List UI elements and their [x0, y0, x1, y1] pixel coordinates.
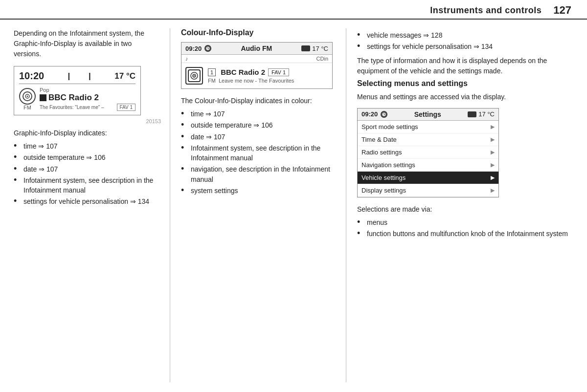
settings-label-radio: Radio settings [361, 149, 402, 156]
settings-title: Settings [414, 110, 441, 118]
selections-label: Selections are made via: [357, 204, 573, 215]
settings-arrow-display: ▶ [491, 187, 495, 194]
list-item: •settings for vehicle personalisation ⇒ … [14, 196, 161, 206]
cid-time: 09:20 [185, 45, 202, 52]
list-item: •outside temperature ⇒ 106 [181, 120, 337, 130]
settings-item-navigation[interactable]: Navigation settings ▶ [358, 159, 498, 172]
settings-label-navigation: Navigation settings [361, 161, 415, 169]
gid-divider: | | [68, 71, 91, 81]
page-header: Instruments and controls 127 [0, 0, 587, 20]
gid-bullet-0: time ⇒ 107 [23, 141, 58, 151]
settings-arrow-time: ▶ [491, 136, 495, 143]
image-number: 20153 [14, 118, 161, 124]
settings-item-time[interactable]: Time & Date ▶ [358, 133, 498, 146]
cid-body: 1 BBC Radio 2 FAV 1 FM Leave me now - Th… [181, 63, 332, 88]
gid-fav-label: The Favourites: "Leave me" – [40, 105, 104, 110]
gid-genre: Pop [40, 87, 135, 93]
bullet-dot: • [181, 164, 189, 174]
gid-time: 10:20 [19, 70, 44, 82]
cid-header: 09:20 Audio FM 17 °C [181, 43, 332, 55]
gid-temp: 17 °C [114, 71, 135, 81]
list-item: •system settings [181, 186, 337, 196]
cid-bullet-5: system settings [191, 186, 238, 196]
bullet-dot: • [181, 132, 189, 142]
settings-label-display: Display settings [361, 187, 406, 194]
list-item: •function buttons and multifunction knob… [357, 229, 573, 239]
bullet-dot: • [14, 196, 22, 206]
settings-list: Sport mode settings ▶ Time & Date ▶ Radi… [358, 121, 498, 197]
cid-battery-icon [301, 45, 310, 51]
gid-fav-badge: FAV 1 [117, 104, 136, 111]
gid-fav-row: The Favourites: "Leave me" – FAV 1 [40, 104, 135, 111]
svg-point-2 [27, 95, 28, 97]
gid-body: FM Pop BBC Radio 2 The Favourites: "Leav… [19, 87, 135, 111]
cid-bullet-list: •time ⇒ 107 •outside temperature ⇒ 106 •… [181, 109, 337, 196]
settings-arrow-radio: ▶ [491, 149, 495, 155]
bullet-dot: • [357, 229, 365, 239]
settings-arrow-vehicle: ▶ [491, 174, 495, 181]
settings-temp: 17 °C [478, 110, 495, 118]
svg-line-12 [384, 114, 385, 115]
settings-label-time: Time & Date [361, 136, 397, 143]
page-number: 127 [553, 4, 571, 17]
menus-intro: Menus and settings are accessed via the … [357, 92, 573, 102]
bullet-dot: • [357, 42, 365, 51]
cid-temp: 17 °C [312, 45, 328, 52]
cid-sub-left: ♪ [185, 56, 188, 62]
settings-item-sport[interactable]: Sport mode settings ▶ [358, 121, 498, 133]
bullet-dot: • [14, 175, 22, 185]
gid-info: Pop BBC Radio 2 The Favourites: "Leave m… [40, 87, 135, 111]
gid-bullet-3: Infotainment system, see description in … [23, 175, 161, 196]
gid-top-row: 10:20 | | 17 °C [19, 70, 135, 84]
list-item: •Infotainment system, see description in… [181, 143, 337, 163]
settings-label-sport: Sport mode settings [361, 123, 418, 131]
cid-title: Audio FM [241, 44, 272, 52]
gid-radio-icon [19, 88, 36, 105]
selection-bullet-0: menus [367, 218, 387, 227]
cid-subtitle: Leave me now - The Favourites [219, 78, 294, 84]
list-item: •vehicle messages ⇒ 128 [357, 30, 573, 40]
col-right: •vehicle messages ⇒ 128 •settings for ve… [346, 28, 573, 382]
bullet-dot: • [181, 109, 189, 119]
colour-info-display: 09:20 Audio FM 17 °C ♪ CDin [181, 42, 333, 89]
list-item: •date ⇒ 107 [14, 164, 161, 174]
selection-bullet-list: •menus •function buttons and multifuncti… [357, 218, 573, 239]
settings-label-vehicle: Vehicle settings [361, 174, 406, 181]
cid-radio-icon [185, 67, 203, 85]
cid-bullet-1: outside temperature ⇒ 106 [191, 120, 273, 130]
settings-item-display[interactable]: Display settings ▶ [358, 184, 498, 197]
bullet-dot: • [14, 164, 22, 174]
graphic-info-display: 10:20 | | 17 °C FM Pop BBC Radio 2 [14, 66, 141, 115]
right-top-bullets: •vehicle messages ⇒ 128 •settings for ve… [357, 30, 573, 52]
settings-item-vehicle[interactable]: Vehicle settings ▶ [358, 172, 498, 184]
settings-item-radio[interactable]: Radio settings ▶ [358, 146, 498, 159]
cid-header-left: 09:20 [185, 45, 211, 52]
svg-line-5 [208, 48, 209, 49]
gid-indicates-label: Graphic-Info-Display indicates: [14, 128, 161, 138]
cid-heading: Colour-Info-Display [181, 28, 337, 37]
cid-sub-row: ♪ CDin [181, 55, 332, 63]
bullet-dot: • [357, 30, 365, 40]
list-item: •Infotainment system, see description in… [14, 175, 161, 196]
selecting-heading: Selecting menus and settings [357, 79, 573, 88]
cid-num-badge: 1 [208, 68, 216, 76]
gid-station-square [40, 94, 46, 101]
settings-display: 09:20 Settings 17 °C Sport mode settings… [357, 108, 499, 197]
col-left: Depending on the Infotainment system, th… [14, 28, 170, 382]
cid-bullet-0: time ⇒ 107 [191, 109, 225, 119]
list-item: •date ⇒ 107 [181, 132, 337, 142]
settings-arrow-sport: ▶ [491, 124, 495, 130]
gid-station-name: BBC Radio 2 [48, 93, 99, 103]
settings-clock-icon [381, 111, 387, 118]
list-item: •settings for vehicle personalisation ⇒ … [357, 42, 573, 51]
gid-bullet-4: settings for vehicle personalisation ⇒ 1… [23, 196, 149, 206]
list-item: •outside temperature ⇒ 106 [14, 152, 161, 162]
list-item: •time ⇒ 107 [14, 141, 161, 151]
selection-bullet-1: function buttons and multifunction knob … [367, 229, 568, 239]
cid-clock-icon [204, 45, 211, 52]
col-mid: Colour-Info-Display 09:20 Audio FM 17 °C… [170, 28, 346, 382]
bullet-dot: • [181, 120, 189, 130]
bullet-dot: • [181, 186, 189, 196]
cid-fav-badge: FAV 1 [268, 68, 289, 76]
list-item: •time ⇒ 107 [181, 109, 337, 119]
